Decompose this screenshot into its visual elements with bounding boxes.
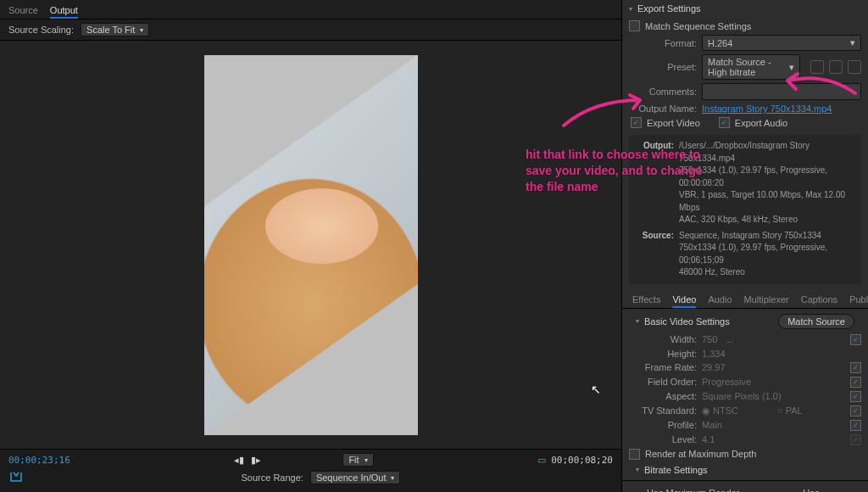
framerate-match-checkbox[interactable] xyxy=(850,362,861,373)
fieldorder-match-checkbox[interactable] xyxy=(850,377,861,388)
preview-area: hit that link to choose where to save yo… xyxy=(0,41,621,449)
tab-audio[interactable]: Audio xyxy=(708,293,732,308)
profile-match-checkbox[interactable] xyxy=(850,420,861,431)
aspect-match-checkbox[interactable] xyxy=(850,391,861,402)
use-previews-label: Use Previews xyxy=(803,488,860,493)
tab-effects[interactable]: Effects xyxy=(632,293,660,308)
source-scaling-select[interactable]: Scale To Fit▾ xyxy=(81,23,149,36)
tab-video[interactable]: Video xyxy=(672,293,696,308)
render-max-depth-label: Render at Maximum Depth xyxy=(645,449,756,459)
width-label: Width: xyxy=(629,334,697,344)
fieldorder-label: Field Order: xyxy=(629,377,697,387)
source-scaling-label: Source Scaling: xyxy=(8,25,74,35)
tv-match-checkbox[interactable] xyxy=(850,405,861,417)
aspect-toggle-icon[interactable]: ▭ xyxy=(537,455,546,466)
annotation-arrow-right xyxy=(783,68,860,102)
link-dims-icon[interactable]: ⎵ xyxy=(727,334,733,344)
preview-tabs: Source Output xyxy=(0,0,621,20)
tab-multiplexer[interactable]: Multiplexer xyxy=(744,293,789,308)
match-sequence-checkbox[interactable] xyxy=(629,20,640,31)
tab-captions[interactable]: Captions xyxy=(801,293,837,308)
tv-label: TV Standard: xyxy=(629,405,697,416)
framerate-label: Frame Rate: xyxy=(629,362,697,372)
framerate-value[interactable]: 29.97 xyxy=(702,362,726,372)
step-fwd-icon[interactable]: ▮▸ xyxy=(251,455,261,466)
export-video-label: Export Video xyxy=(647,118,700,128)
step-back-icon[interactable]: ◂▮ xyxy=(234,455,244,466)
profile-label: Profile: xyxy=(629,420,697,430)
annotation-text: hit that link to choose where to save yo… xyxy=(526,147,712,195)
tv-pal-radio[interactable]: ○ PAL xyxy=(777,405,803,416)
bitrate-header[interactable]: ▾Bitrate Settings xyxy=(629,461,861,478)
match-source-button[interactable]: Match Source xyxy=(778,314,854,329)
export-audio-label: Export Audio xyxy=(735,118,787,128)
timeline-controls: 00;00;23;16 ◂▮ ▮▸ Fit▾ ▭ 00;00;08;20 Sou… xyxy=(0,449,621,492)
preset-label: Preset: xyxy=(629,62,697,72)
export-audio-checkbox[interactable] xyxy=(719,117,730,128)
fieldorder-value[interactable]: Progressive xyxy=(702,377,751,387)
width-match-checkbox[interactable] xyxy=(850,334,861,345)
aspect-label: Aspect: xyxy=(629,391,697,401)
video-preview xyxy=(204,55,418,435)
cursor-icon: ↖ xyxy=(591,383,601,396)
chevron-down-icon: ▾ xyxy=(140,26,143,34)
output-name-link[interactable]: Instagram Story 750x1334.mp4 xyxy=(702,103,832,114)
playhead-timecode: 00;00;23;16 xyxy=(8,455,70,466)
match-sequence-label: Match Sequence Settings xyxy=(645,21,751,31)
level-match-checkbox[interactable] xyxy=(850,434,861,445)
profile-value[interactable]: Main xyxy=(702,420,722,430)
source-range-select[interactable]: Sequence In/Out▾ xyxy=(310,471,401,484)
basic-video-header[interactable]: ▾Basic Video Settings Match Source xyxy=(629,310,861,333)
tab-source[interactable]: Source xyxy=(8,3,38,19)
height-value[interactable]: 1,334 xyxy=(702,349,726,359)
settings-tabs: Effects Video Audio Multiplexer Captions… xyxy=(622,288,868,309)
level-value[interactable]: 4.1 xyxy=(702,434,715,444)
format-select[interactable]: H.264▾ xyxy=(702,35,861,51)
height-label: Height: xyxy=(629,349,697,359)
duration-timecode: 00;00;08;20 xyxy=(551,455,613,466)
annotation-arrow-left xyxy=(559,92,644,134)
format-label: Format: xyxy=(629,38,697,48)
render-max-depth-checkbox[interactable] xyxy=(629,449,640,460)
source-range-label: Source Range: xyxy=(242,472,303,483)
aspect-value[interactable]: Square Pixels (1.0) xyxy=(702,391,782,401)
tab-output[interactable]: Output xyxy=(50,3,78,19)
width-value[interactable]: 750 xyxy=(702,334,717,344)
tv-ntsc-radio[interactable]: ◉ NTSC xyxy=(702,405,738,417)
tab-publish[interactable]: Publish xyxy=(849,293,868,308)
level-label: Level: xyxy=(629,434,697,444)
zoom-fit-select[interactable]: Fit▾ xyxy=(342,453,373,467)
max-quality-label: Use Maximum Render Quality xyxy=(647,488,771,493)
in-out-icon[interactable] xyxy=(8,470,24,485)
export-settings-header[interactable]: ▾Export Settings xyxy=(622,0,868,17)
